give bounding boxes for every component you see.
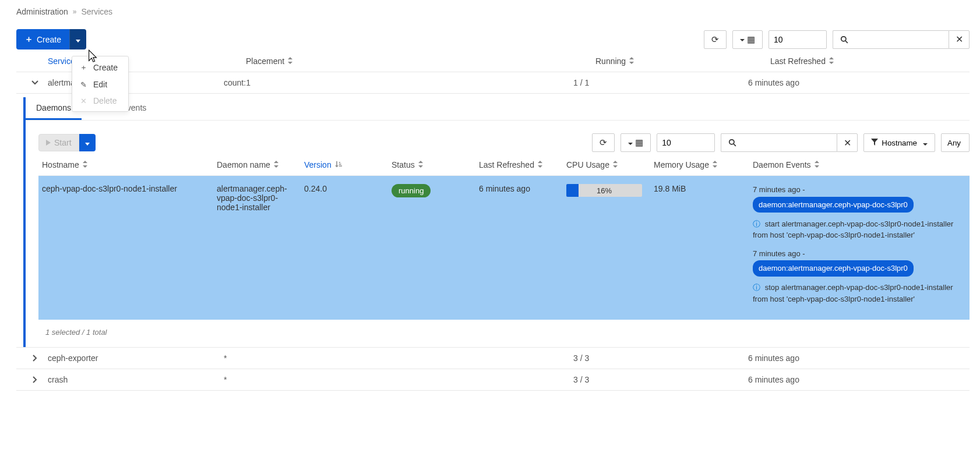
daemon-mem: 19.8 MiB	[650, 184, 749, 312]
service-name: crash	[48, 375, 68, 384]
create-button-group: ＋ Create	[16, 29, 86, 49]
svg-line-3	[734, 144, 736, 146]
cpu-bar: 16%	[566, 184, 642, 197]
caret-down-icon	[921, 139, 928, 147]
close-icon: ✕	[956, 34, 963, 45]
tabs: Daemons Service Events	[26, 97, 970, 121]
svg-point-2	[729, 140, 734, 144]
hostname-filter-button[interactable]: Hostname	[863, 133, 935, 152]
dropdown-delete: ✕ Delete	[72, 93, 128, 109]
chevron-right-icon[interactable]	[30, 353, 40, 363]
sort-icon	[538, 160, 542, 169]
event-time: 7 minutes ago -	[753, 248, 966, 260]
service-running: 1 / 1	[569, 77, 743, 89]
sort-icon	[274, 160, 279, 169]
services-header-row: Service Placement Running Last Refreshed	[16, 51, 970, 72]
dropdown-create[interactable]: ＋ Create	[72, 59, 128, 76]
breadcrumb-current: Services	[81, 7, 112, 16]
plus-icon: ＋	[24, 34, 33, 45]
daemons-header-row: Hostname Daemon name Version St	[38, 152, 970, 176]
search-icon	[721, 133, 743, 152]
breadcrumb: Administration » Services	[16, 7, 970, 16]
service-placement: *	[219, 374, 569, 385]
col-last-refreshed[interactable]: Last Refreshed	[766, 51, 970, 72]
close-icon: ✕	[844, 137, 851, 148]
grid-icon: ▦	[747, 34, 755, 45]
search-input[interactable]	[855, 30, 949, 49]
service-running: 3 / 3	[569, 374, 743, 385]
col-status[interactable]: Status	[388, 160, 475, 169]
grid-icon: ▦	[635, 137, 643, 148]
caret-down-icon	[76, 35, 80, 44]
sort-icon	[815, 160, 819, 169]
service-refreshed: 6 minutes ago	[743, 352, 965, 364]
col-daemon-name[interactable]: Daemon name	[213, 160, 301, 169]
cpu-bar-label: 16%	[566, 186, 642, 195]
event-chip: daemon:alertmanager.ceph-vpap-doc-s3lpr0	[753, 260, 914, 277]
create-dropdown-toggle[interactable]	[69, 29, 86, 49]
caret-down-icon	[85, 139, 90, 147]
page-size-input[interactable]	[769, 30, 827, 49]
daemon-hostname: ceph-vpap-doc-s3lpr0-node1-installer	[38, 184, 213, 312]
info-icon: ⓘ	[753, 283, 760, 292]
daemon-cpu: 16%	[563, 184, 650, 312]
service-refreshed: 6 minutes ago	[743, 374, 965, 385]
start-button: Start	[38, 134, 79, 151]
daemon-name: alertmanager.ceph-vpap-doc-s3lpr0-node1-…	[213, 184, 301, 312]
sort-asc-icon	[335, 160, 342, 169]
service-row[interactable]: alertman count:1 1 / 1 6 minutes ago	[16, 72, 970, 94]
svg-line-1	[845, 40, 848, 43]
service-placement: count:1	[219, 77, 569, 89]
breadcrumb-sep-icon: »	[73, 8, 77, 16]
sort-icon	[418, 160, 423, 169]
col-hostname[interactable]: Hostname	[38, 160, 213, 169]
breadcrumb-admin[interactable]: Administration	[16, 7, 68, 16]
daemons-search-clear[interactable]: ✕	[837, 133, 858, 152]
sort-icon	[829, 56, 834, 66]
refresh-icon: ⟳	[600, 137, 607, 148]
daemon-status: running	[388, 184, 475, 312]
col-running[interactable]: Running	[591, 51, 766, 72]
search-group: ✕	[833, 30, 970, 49]
refresh-button[interactable]: ⟳	[704, 30, 727, 49]
service-name: ceph-exporter	[48, 353, 98, 363]
col-version[interactable]: Version	[301, 160, 388, 169]
caret-down-icon	[628, 138, 635, 148]
create-button-label: Create	[37, 35, 61, 44]
refresh-icon: ⟳	[711, 34, 719, 45]
sort-icon	[629, 56, 634, 66]
columns-button[interactable]: ▦	[732, 30, 763, 49]
service-running: 3 / 3	[569, 352, 743, 364]
col-last-refreshed[interactable]: Last Refreshed	[475, 160, 563, 169]
daemon-events: 7 minutes ago - daemon:alertmanager.ceph…	[749, 184, 970, 312]
chevron-down-icon[interactable]	[30, 78, 40, 87]
sort-icon	[613, 160, 618, 169]
daemons-page-size-input[interactable]	[657, 133, 715, 152]
daemons-search-group: ✕	[721, 133, 858, 152]
col-memory-usage[interactable]: Memory Usage	[650, 160, 749, 169]
caret-down-icon	[740, 34, 747, 44]
daemon-row[interactable]: ceph-vpap-doc-s3lpr0-node1-installer ale…	[38, 176, 970, 320]
create-button[interactable]: ＋ Create	[16, 29, 69, 49]
service-row[interactable]: ceph-exporter * 3 / 3 6 minutes ago	[16, 347, 970, 369]
col-cpu-usage[interactable]: CPU Usage	[563, 160, 650, 169]
filter-icon	[871, 139, 878, 147]
search-icon	[833, 30, 855, 49]
search-clear-button[interactable]: ✕	[949, 30, 970, 49]
service-row[interactable]: crash * 3 / 3 6 minutes ago	[16, 369, 970, 391]
start-dropdown-toggle[interactable]	[79, 134, 96, 151]
event-desc: ⓘ stop alertmanager.ceph-vpap-doc-s3lpr0…	[753, 282, 966, 305]
sort-icon	[83, 160, 87, 169]
col-daemon-events[interactable]: Daemon Events	[749, 160, 970, 169]
daemons-refresh-button[interactable]: ⟳	[592, 133, 615, 152]
info-icon: ⓘ	[753, 220, 760, 228]
dropdown-edit[interactable]: ✎ Edit	[72, 76, 128, 93]
plus-icon: ＋	[79, 62, 87, 73]
close-icon: ✕	[79, 97, 87, 105]
chevron-right-icon[interactable]	[30, 375, 40, 384]
daemons-search-input[interactable]	[743, 133, 837, 152]
any-filter-button[interactable]: Any	[941, 133, 970, 152]
daemons-columns-button[interactable]: ▦	[621, 133, 651, 152]
status-badge: running	[392, 184, 431, 197]
col-placement[interactable]: Placement	[241, 51, 591, 72]
